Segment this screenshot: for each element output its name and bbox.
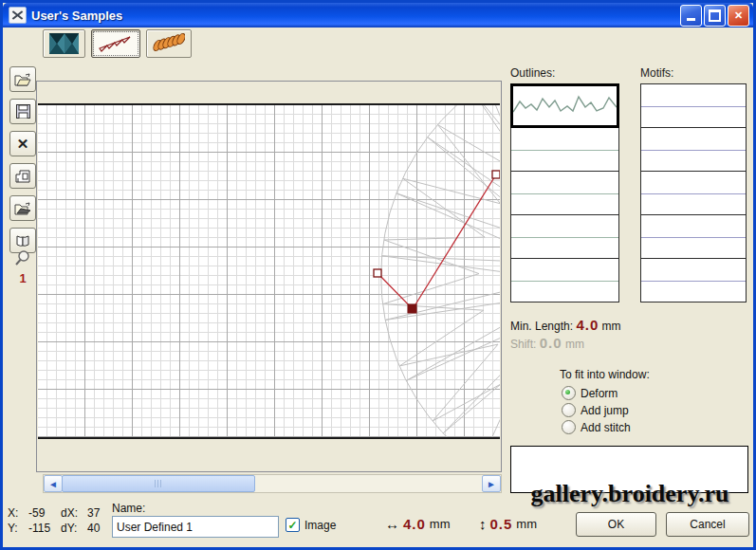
ok-button[interactable]: OK — [576, 512, 656, 537]
machine-icon — [15, 170, 30, 183]
scroll-left-icon: ◄ — [48, 479, 58, 489]
send-to-machine-button[interactable] — [9, 163, 36, 189]
close-button[interactable]: ✕ — [728, 5, 749, 27]
sample-type-toolbar — [43, 29, 192, 58]
shift-value: 0.0 — [540, 335, 562, 351]
stitch-node-handle[interactable] — [374, 269, 381, 277]
scroll-right-button[interactable]: ► — [482, 475, 501, 492]
scroll-left-button[interactable]: ◄ — [44, 475, 63, 492]
import-sample-button[interactable] — [9, 195, 36, 221]
stitch-node-handle-selected[interactable] — [408, 304, 416, 313]
sample-canvas-panel — [36, 81, 502, 472]
close-icon: ✕ — [734, 10, 743, 21]
width-measurement: ↔ 4.0 mm — [385, 516, 451, 532]
watermark-text: gallery.broidery.ru — [510, 480, 749, 508]
fill-pattern-button[interactable] — [43, 29, 85, 58]
height-unit: mm — [516, 517, 537, 531]
radio-add-stitch[interactable] — [562, 420, 576, 434]
export-folder-icon — [14, 202, 31, 215]
stitch-node-handle[interactable] — [492, 171, 500, 178]
motif-cell[interactable] — [640, 83, 747, 128]
users-samples-dialog: User's Samples ✕ — [0, 0, 756, 550]
motif-pattern-icon — [153, 33, 185, 54]
y-label: Y: — [8, 521, 28, 536]
magnifier-icon[interactable] — [14, 249, 31, 266]
fit-option-add-jump[interactable]: Add jump — [562, 403, 629, 417]
horizontal-arrow-icon: ↔ — [385, 516, 399, 532]
radio-add-jump[interactable] — [562, 403, 576, 417]
zoom-level-value: 1 — [11, 271, 34, 285]
outline-pattern-button[interactable] — [91, 29, 140, 58]
outline-cell[interactable] — [510, 215, 619, 259]
outline-cell[interactable] — [510, 128, 619, 172]
cancel-button[interactable]: Cancel — [666, 512, 749, 537]
check-icon: ✓ — [287, 520, 297, 531]
motif-pattern-button[interactable] — [146, 29, 192, 58]
motifs-list — [640, 83, 747, 302]
delete-sample-button[interactable]: ✕ — [9, 131, 36, 156]
maximize-icon — [709, 9, 721, 22]
file-toolbar: ✕ — [9, 66, 35, 260]
fit-option-deform[interactable]: Deform — [562, 386, 618, 400]
fit-option-add-stitch[interactable]: Add stitch — [562, 420, 631, 434]
motif-cell[interactable] — [640, 259, 747, 302]
name-input[interactable] — [112, 516, 279, 538]
outlines-label: Outlines: — [510, 66, 555, 80]
radio-add-jump-label[interactable]: Add jump — [581, 404, 629, 417]
minimize-icon — [687, 18, 695, 21]
dy-label: dY: — [61, 521, 87, 536]
outline-cell[interactable] — [510, 172, 619, 215]
min-length-unit: mm — [602, 320, 621, 333]
canvas-hscrollbar[interactable]: ◄ ► — [43, 474, 502, 493]
outlines-list — [510, 83, 619, 302]
design-grid[interactable] — [38, 103, 500, 439]
radio-add-stitch-label[interactable]: Add stitch — [581, 421, 631, 434]
fill-pattern-icon — [49, 33, 79, 54]
x-value: -59 — [28, 505, 61, 521]
outline-cell[interactable] — [510, 259, 619, 302]
vertical-arrow-icon: ↕ — [479, 516, 487, 532]
image-checkbox-row[interactable]: ✓ Image — [286, 518, 336, 532]
radio-deform-label[interactable]: Deform — [581, 387, 618, 400]
motif-cell[interactable] — [640, 128, 747, 172]
x-label: X: — [8, 505, 28, 521]
motifs-label: Motifs: — [640, 66, 673, 80]
shift-row: Shift: 0.0 mm — [510, 335, 584, 351]
scrollbar-thumb[interactable] — [62, 475, 255, 492]
app-scissors-icon[interactable] — [9, 7, 27, 24]
zigzag-sample-icon — [513, 86, 617, 123]
shift-label: Shift: — [510, 338, 536, 351]
window-title: User's Samples — [31, 9, 678, 23]
image-checkbox[interactable]: ✓ — [286, 518, 300, 532]
name-label: Name: — [112, 502, 145, 515]
zoom-indicator: 1 — [11, 249, 34, 285]
radio-deform[interactable] — [562, 386, 576, 400]
save-sample-button[interactable] — [9, 99, 36, 124]
width-unit: mm — [430, 517, 451, 531]
maximize-button[interactable] — [704, 5, 726, 27]
coordinates-readout: X:-59dX:37 Y:-115dY:40 — [8, 505, 100, 536]
scroll-right-icon: ► — [487, 479, 496, 489]
height-measurement: ↕ 0.5 mm — [479, 516, 537, 532]
open-folder-icon — [14, 73, 31, 86]
titlebar: User's Samples ✕ — [3, 3, 753, 28]
book-icon — [15, 234, 30, 248]
motif-cell[interactable] — [640, 172, 747, 215]
y-value: -115 — [28, 521, 61, 536]
image-checkbox-label[interactable]: Image — [304, 519, 336, 532]
width-value: 4.0 — [403, 516, 426, 532]
outline-pattern-icon — [98, 33, 134, 54]
height-value: 0.5 — [490, 516, 513, 532]
open-sample-button[interactable] — [9, 66, 36, 92]
save-floppy-icon — [16, 104, 30, 119]
fan-preview-lines — [381, 105, 500, 437]
min-length-label: Min. Length: — [510, 320, 573, 333]
dx-value: 37 — [87, 505, 100, 521]
stitch-polyline — [378, 174, 496, 309]
motif-cell[interactable] — [640, 215, 747, 259]
minimize-button[interactable] — [680, 5, 702, 27]
min-length-value: 4.0 — [576, 317, 599, 333]
min-length-row: Min. Length: 4.0 mm — [510, 317, 621, 333]
outline-cell-selected[interactable] — [510, 83, 619, 128]
dx-label: dX: — [61, 505, 87, 521]
